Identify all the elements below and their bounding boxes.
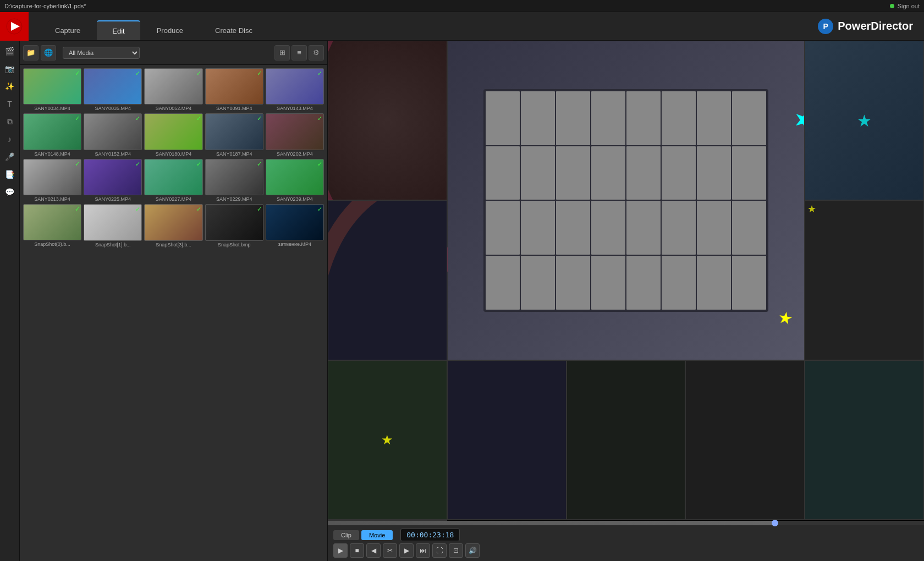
media-thumb-4: ✓ bbox=[266, 68, 324, 105]
clip-movie-tabs: Clip Movie bbox=[333, 530, 393, 540]
media-name-14: SANY0239.MP4 bbox=[266, 196, 324, 202]
tab-produce[interactable]: Produce bbox=[141, 20, 199, 40]
tab-capture[interactable]: Capture bbox=[40, 20, 96, 40]
media-name-12: SANY0227.MP4 bbox=[144, 196, 202, 202]
clip-tab[interactable]: Clip bbox=[333, 530, 359, 540]
stop-button[interactable]: ■ bbox=[350, 543, 364, 558]
star-yellow-left: ★ bbox=[447, 303, 453, 331]
media-item-7[interactable]: ✓ SANY0180.MP4 bbox=[144, 113, 202, 156]
grid-cell-rb: ★ bbox=[805, 200, 924, 360]
star-yellow-right: ★ bbox=[777, 307, 795, 329]
media-item-1[interactable]: ✓ SANY0035.MP4 bbox=[84, 68, 142, 111]
media-name-5: SANY0148.MP4 bbox=[23, 151, 81, 157]
video-grid-overlay: ★ ★ ★ ★ ★ ★ bbox=[328, 41, 924, 521]
fast-forward-button[interactable]: ⏭ bbox=[416, 543, 430, 558]
media-item-3[interactable]: ✓ SANY0091.MP4 bbox=[205, 68, 263, 111]
media-thumb-9: ✓ bbox=[266, 113, 324, 150]
view-list-button[interactable]: ≡ bbox=[292, 45, 307, 61]
fullscreen-button[interactable]: ⛶ bbox=[432, 543, 447, 558]
tab-create-disc[interactable]: Create Disc bbox=[200, 20, 268, 40]
media-item-18[interactable]: ✓ SnapShot.bmp bbox=[205, 204, 263, 247]
signout-button[interactable]: Sign out bbox=[898, 3, 920, 9]
header: Capture Edit Produce Create Disc P Power… bbox=[0, 12, 924, 41]
sidebar-fx-icon[interactable]: ✨ bbox=[2, 78, 18, 95]
file-title: D:\capture-for-cyberlink\1.pds* bbox=[4, 3, 86, 9]
view-settings-button[interactable]: ⚙ bbox=[309, 45, 324, 61]
sidebar-music-icon[interactable]: ♪ bbox=[2, 131, 18, 147]
sidebar-text-icon[interactable]: T bbox=[2, 96, 18, 112]
app-logo bbox=[0, 12, 29, 41]
media-item-6[interactable]: ✓ SANY0152.MP4 bbox=[84, 113, 142, 156]
media-thumb-16: ✓ bbox=[84, 204, 142, 240]
timecode-display: 00:00:23:18 bbox=[400, 529, 460, 541]
transport-buttons: ▶ ■ ◀ ✂ ▶ ⏭ ⛶ ⊡ 🔊 bbox=[333, 543, 919, 558]
preview-scrubber[interactable] bbox=[328, 521, 924, 525]
prev-frame-button[interactable]: ◀ bbox=[366, 543, 381, 558]
media-thumb-12: ✓ bbox=[144, 159, 202, 195]
scrubber-progress bbox=[328, 521, 775, 525]
media-panel: 📁 🌐 All Media Video Photo Audio ⊞ ≡ ⚙ ✓ bbox=[20, 41, 328, 561]
sidebar-chapter-icon[interactable]: 📑 bbox=[2, 166, 18, 183]
media-name-17: SnapShot[3].b... bbox=[144, 242, 202, 248]
media-item-17[interactable]: ✓ SnapShot[3].b... bbox=[144, 204, 202, 247]
media-name-1: SANY0035.MP4 bbox=[84, 106, 142, 111]
import-media-button[interactable]: 📁 bbox=[23, 45, 38, 61]
media-item-13[interactable]: ✓ SANY0229.MP4 bbox=[205, 159, 263, 202]
media-filter-select[interactable]: All Media Video Photo Audio bbox=[63, 47, 140, 59]
view-grid-button[interactable]: ⊞ bbox=[274, 45, 290, 61]
grid-cell-bm4 bbox=[685, 360, 805, 520]
download-button[interactable]: 🌐 bbox=[41, 45, 56, 61]
media-name-9: SANY0202.MP4 bbox=[266, 151, 324, 157]
movie-tab[interactable]: Movie bbox=[361, 530, 393, 540]
sidebar-photo-icon[interactable]: 📷 bbox=[2, 61, 18, 77]
media-filter: All Media Video Photo Audio bbox=[63, 47, 140, 59]
media-name-7: SANY0180.MP4 bbox=[144, 151, 202, 157]
media-item-2[interactable]: ✓ SANY0052.MP4 bbox=[144, 68, 202, 111]
media-thumb-1: ✓ bbox=[84, 68, 142, 105]
grid-cell-bm3 bbox=[566, 360, 686, 520]
tab-edit[interactable]: Edit bbox=[97, 20, 140, 40]
audio-button[interactable]: 🔊 bbox=[465, 543, 480, 558]
media-item-11[interactable]: ✓ SANY0225.MP4 bbox=[84, 159, 142, 202]
play-button[interactable]: ▶ bbox=[333, 543, 348, 558]
grid-cell-rt: ★ bbox=[805, 41, 924, 200]
media-item-15[interactable]: ✓ SnapShot(0).b... bbox=[23, 204, 81, 247]
media-item-4[interactable]: ✓ SANY0143.MP4 bbox=[266, 68, 324, 111]
media-item-19[interactable]: ✓ затмение.MP4 bbox=[266, 204, 324, 247]
media-name-10: SANY0213.MP4 bbox=[23, 196, 81, 202]
media-thumb-13: ✓ bbox=[205, 159, 263, 195]
media-name-19: затмение.MP4 bbox=[266, 241, 324, 247]
media-item-16[interactable]: ✓ SnapShot[1].b... bbox=[84, 204, 142, 247]
sidebar-voice-icon[interactable]: 🎤 bbox=[2, 148, 18, 165]
grid-cell-bl bbox=[328, 200, 447, 360]
split-button[interactable]: ✂ bbox=[383, 543, 397, 558]
media-thumb-14: ✓ bbox=[266, 159, 324, 195]
grid-cell-tl bbox=[328, 41, 447, 200]
sidebar-subtitle-icon[interactable]: 💬 bbox=[2, 184, 18, 200]
media-item-0[interactable]: ✓ SANY0034.MP4 bbox=[23, 68, 81, 111]
window-button[interactable]: ⊡ bbox=[449, 543, 463, 558]
preview-controls: Clip Movie 00:00:23:18 ▶ ■ ◀ ✂ ▶ ⏭ ⛶ ⊡ 🔊 bbox=[328, 525, 924, 561]
media-item-8[interactable]: ✓ SANY0187.MP4 bbox=[205, 113, 263, 156]
media-thumb-7: ✓ bbox=[144, 113, 202, 150]
media-item-10[interactable]: ✓ SANY0213.MP4 bbox=[23, 159, 81, 202]
brand-name: P PowerDirector bbox=[818, 19, 913, 34]
media-item-5[interactable]: ✓ SANY0148.MP4 bbox=[23, 113, 81, 156]
media-thumb-3: ✓ bbox=[205, 68, 263, 105]
media-name-16: SnapShot[1].b... bbox=[84, 242, 142, 248]
online-indicator bbox=[890, 4, 894, 8]
signout-area: Sign out bbox=[890, 3, 920, 9]
media-item-12[interactable]: ✓ SANY0227.MP4 bbox=[144, 159, 202, 202]
media-thumb-2: ✓ bbox=[144, 68, 202, 105]
media-toolbar: 📁 🌐 All Media Video Photo Audio ⊞ ≡ ⚙ bbox=[20, 41, 327, 65]
sidebar-transition-icon[interactable]: ⧉ bbox=[2, 113, 18, 130]
scrubber-handle[interactable] bbox=[772, 520, 778, 526]
media-thumb-0: ✓ bbox=[23, 68, 81, 105]
next-frame-button[interactable]: ▶ bbox=[399, 543, 414, 558]
media-name-13: SANY0229.MP4 bbox=[205, 196, 263, 202]
sidebar-media-icon[interactable]: 🎬 bbox=[2, 43, 18, 59]
keyboard-visual bbox=[483, 89, 769, 312]
media-item-14[interactable]: ✓ SANY0239.MP4 bbox=[266, 159, 324, 202]
media-grid: ✓ SANY0034.MP4 ✓ SANY0035.MP4 ✓ SANY0052… bbox=[20, 65, 327, 561]
media-item-9[interactable]: ✓ SANY0202.MP4 bbox=[266, 113, 324, 156]
